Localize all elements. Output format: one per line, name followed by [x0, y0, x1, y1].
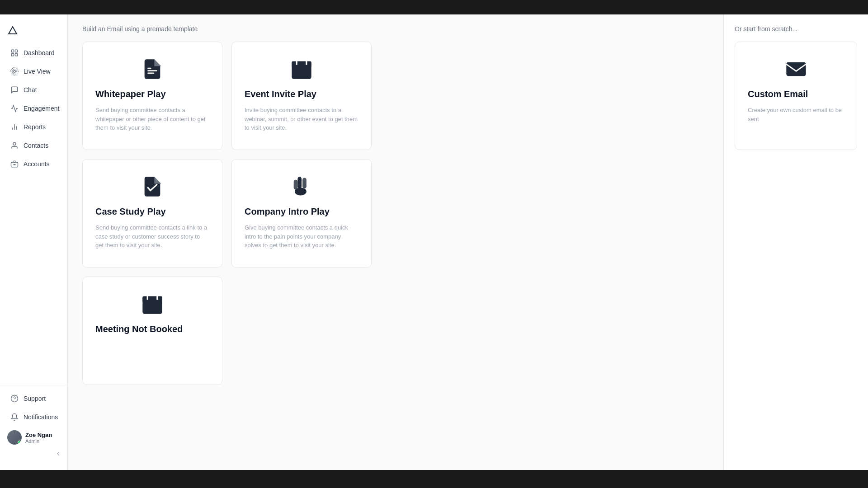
document-icon — [95, 56, 209, 82]
logo[interactable] — [0, 22, 67, 43]
card-desc-case-study-play: Send buying committee contacts a link to… — [95, 223, 209, 250]
svg-rect-17 — [147, 73, 154, 74]
card-desc-whitepaper-play: Send buying committee contacts a whitepa… — [95, 106, 209, 132]
sidebar-label-live-view: Live View — [24, 68, 51, 75]
svg-point-24 — [295, 188, 307, 195]
sidebar-label-dashboard: Dashboard — [24, 49, 55, 56]
card-meeting-not-booked[interactable]: Meeting Not Booked — [82, 277, 222, 385]
card-company-intro-play[interactable]: Company Intro Play Give buying committee… — [231, 159, 372, 267]
right-panel-header: Or start from scratch... — [735, 25, 857, 33]
card-title-event-invite-play: Event Invite Play — [245, 89, 316, 99]
user-info: Zoe Ngan Admin — [25, 432, 52, 444]
calendar-event-icon — [245, 56, 359, 82]
card-event-invite-play[interactable]: Event Invite Play Invite buying committe… — [231, 42, 372, 150]
main-content: Build an Email using a premade template … — [68, 14, 723, 470]
wave-icon — [245, 174, 359, 199]
card-title-custom-email: Custom Email — [748, 89, 808, 99]
sidebar-item-reports[interactable]: Reports — [3, 118, 65, 136]
user-name: Zoe Ngan — [25, 432, 52, 438]
sidebar-bottom: Support Notifications Zoe Ngan — [0, 385, 67, 463]
card-whitepaper-play[interactable]: Whitepaper Play Send buying committee co… — [82, 42, 222, 150]
sidebar-label-notifications: Notifications — [24, 413, 58, 421]
dashboard-icon — [10, 48, 19, 57]
svg-rect-18 — [147, 68, 151, 69]
sidebar-item-live-view[interactable]: Live View — [3, 62, 65, 80]
app-container: Dashboard Live View Chat — [0, 14, 868, 470]
support-icon — [10, 394, 19, 403]
svg-point-5 — [12, 69, 17, 74]
chat-icon — [10, 85, 19, 94]
template-cards-grid: Whitepaper Play Send buying committee co… — [82, 42, 709, 267]
sidebar-label-contacts: Contacts — [24, 142, 48, 149]
avatar — [7, 430, 22, 445]
bottom-bar — [0, 470, 868, 488]
contacts-icon — [10, 141, 19, 150]
live-view-icon — [10, 67, 19, 76]
svg-rect-0 — [11, 50, 14, 52]
sidebar-item-dashboard[interactable]: Dashboard — [3, 44, 65, 62]
card-title-meeting-not-booked: Meeting Not Booked — [95, 324, 183, 334]
svg-point-10 — [13, 142, 16, 145]
svg-rect-16 — [147, 70, 157, 71]
svg-rect-1 — [15, 50, 18, 52]
sidebar-label-engagement: Engagement — [24, 105, 59, 112]
sidebar-item-engagement[interactable]: Engagement — [3, 99, 65, 117]
calendar-x-icon — [95, 291, 209, 317]
sidebar-nav: Dashboard Live View Chat — [0, 43, 67, 385]
user-section[interactable]: Zoe Ngan Admin — [0, 427, 67, 448]
main-section-header: Build an Email using a premade template — [82, 25, 709, 33]
svg-rect-20 — [292, 61, 311, 67]
sidebar-item-contacts[interactable]: Contacts — [3, 136, 65, 155]
collapse-sidebar-button[interactable] — [0, 448, 67, 459]
sidebar-label-chat: Chat — [24, 86, 37, 94]
card-desc-event-invite-play: Invite buying committee contacts to a we… — [245, 106, 359, 132]
sidebar-label-accounts: Accounts — [24, 160, 50, 168]
card-case-study-play[interactable]: Case Study Play Send buying committee co… — [82, 159, 222, 267]
svg-rect-31 — [786, 62, 806, 76]
sidebar-item-support[interactable]: Support — [3, 389, 65, 408]
sidebar: Dashboard Live View Chat — [0, 14, 68, 470]
cards-row-3: Meeting Not Booked — [82, 277, 709, 385]
sidebar-item-chat[interactable]: Chat — [3, 81, 65, 99]
sidebar-item-accounts[interactable]: Accounts — [3, 155, 65, 173]
online-indicator — [18, 441, 21, 444]
top-bar — [0, 0, 868, 14]
svg-rect-23 — [299, 70, 305, 75]
right-panel: Or start from scratch... Custom Email Cr… — [723, 14, 868, 470]
svg-point-4 — [14, 70, 16, 73]
email-icon — [748, 56, 844, 82]
card-title-whitepaper-play: Whitepaper Play — [95, 89, 166, 99]
svg-rect-3 — [15, 54, 18, 56]
accounts-icon — [10, 160, 19, 169]
svg-rect-2 — [11, 54, 14, 56]
sidebar-label-support: Support — [24, 395, 46, 402]
card-title-case-study-play: Case Study Play — [95, 206, 166, 217]
card-custom-email[interactable]: Custom Email Create your own custom emai… — [735, 42, 857, 150]
card-desc-custom-email: Create your own custom email to be sent — [748, 106, 844, 123]
user-role: Admin — [25, 438, 52, 444]
document-check-icon — [95, 174, 209, 199]
svg-rect-26 — [142, 296, 162, 302]
engagement-icon — [10, 104, 19, 113]
card-desc-company-intro-play: Give buying committee contacts a quick i… — [245, 223, 359, 250]
sidebar-label-reports: Reports — [24, 123, 46, 131]
notifications-icon — [10, 413, 19, 422]
card-title-company-intro-play: Company Intro Play — [245, 206, 330, 217]
sidebar-item-notifications[interactable]: Notifications — [3, 408, 65, 426]
reports-icon — [10, 122, 19, 131]
